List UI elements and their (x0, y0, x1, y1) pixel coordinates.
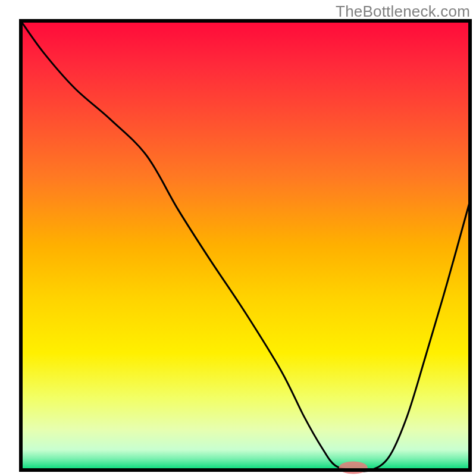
gradient-background (21, 21, 470, 470)
watermark-text: TheBottleneck.com (336, 2, 470, 21)
bottleneck-chart (0, 0, 476, 476)
chart-container: TheBottleneck.com (0, 0, 476, 476)
optimal-marker (339, 461, 368, 474)
